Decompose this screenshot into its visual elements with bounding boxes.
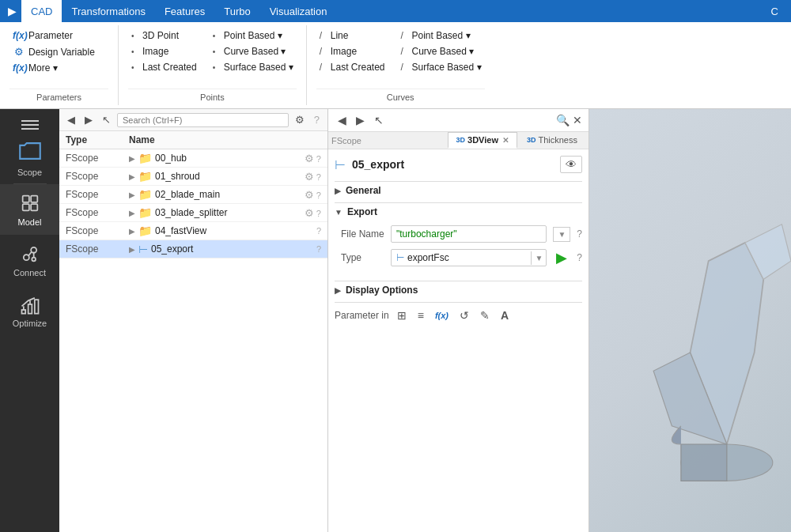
ribbon-item-image-points[interactable]: • Image xyxy=(128,44,200,58)
ribbon-item-design-variable[interactable]: ⚙ Design Variable xyxy=(9,44,108,59)
tree-name: ▶ 📁 03_blade_splitter xyxy=(129,206,297,219)
prop-row-type: Type ⊢ exportFsc ▼ ▶ ? ← xyxy=(341,249,582,266)
props-back-btn[interactable]: ◀ xyxy=(335,112,350,128)
expand-arrow: ▶ xyxy=(129,245,135,254)
main-layout: Scope Model Connect xyxy=(0,109,791,532)
tree-rows: FScope ▶ 📁 00_hub ⚙ ? FScope ▶ 📁 01_shro… xyxy=(59,149,327,532)
param-in-btn-grid[interactable]: ⊞ xyxy=(394,308,410,323)
nav-item-c[interactable]: C xyxy=(762,0,788,22)
prop-input-filename[interactable] xyxy=(391,225,547,243)
sidebar-label-connect: Connect xyxy=(13,268,46,277)
props-fwd-btn[interactable]: ▶ xyxy=(353,112,368,128)
ribbon-item-line[interactable]: / Line xyxy=(316,28,388,43)
param-in-btn-edit[interactable]: ✎ xyxy=(477,308,493,323)
tree-home-btn[interactable]: ↖ xyxy=(99,112,114,127)
ribbon-points-group: • 3D Point • Image • Last Created • Poin… xyxy=(128,28,297,74)
help-btn-type[interactable]: ? xyxy=(577,252,582,263)
sidebar-item-optimize[interactable]: Optimize xyxy=(0,285,59,336)
expand-arrow-export: ▼ xyxy=(335,208,343,217)
tree-type: FScope xyxy=(66,153,129,164)
ribbon-item-curve-based-pts[interactable]: • Curve Based ▾ xyxy=(210,44,297,58)
props-title: 05_export xyxy=(352,158,404,171)
param-in-btn-func[interactable]: f(x) xyxy=(432,309,452,322)
props-search-btn[interactable]: 🔍 xyxy=(556,114,570,126)
param-in-btn-undo[interactable]: ↺ xyxy=(456,308,472,323)
svg-rect-2 xyxy=(22,204,28,210)
nav-item-visualization[interactable]: Visualization xyxy=(260,0,337,22)
ribbon-item-3dpoint[interactable]: • 3D Point xyxy=(128,28,200,43)
props-toolbar: ◀ ▶ ↖ 🔍 ✕ xyxy=(328,109,589,132)
props-expand-btn[interactable]: ↖ xyxy=(371,112,387,128)
tab-3dview[interactable]: 3D 3DView ✕ xyxy=(448,132,517,149)
slash-icon: / xyxy=(320,46,327,57)
help-btn-filename[interactable]: ? xyxy=(577,228,582,240)
ribbon-item-image-curves[interactable]: / Image xyxy=(316,44,388,58)
param-in-btn-list[interactable]: ≡ xyxy=(414,308,427,323)
tree-back-btn[interactable]: ◀ xyxy=(64,112,78,127)
tree-name: ▶ 📁 04_fastView xyxy=(129,224,297,237)
folder-icon: 📁 xyxy=(138,206,152,219)
ribbon-item-more[interactable]: f(x) More ▾ xyxy=(9,61,108,75)
ribbon-item-last-created-points[interactable]: • Last Created xyxy=(128,60,200,74)
tree-row-selected[interactable]: FScope ▶ ⊢ 05_export ? xyxy=(59,240,327,258)
nav-item-transformations[interactable]: Transformations xyxy=(62,0,154,22)
slash-icon: / xyxy=(320,30,327,41)
props-eye-btn[interactable]: 👁 xyxy=(560,156,582,173)
tree-row[interactable]: FScope ▶ 📁 00_hub ⚙ ? xyxy=(59,149,327,168)
tree-toolbar: ◀ ▶ ↖ ⚙ ? xyxy=(59,109,327,131)
ribbon-section-points: • 3D Point • Image • Last Created • Poin… xyxy=(119,25,307,105)
ribbon-item-point-based-pts[interactable]: • Point Based ▾ xyxy=(210,28,297,43)
prop-dropdown-arrow-filename[interactable]: ▼ xyxy=(553,227,570,242)
run-btn[interactable]: ▶ xyxy=(553,249,570,266)
tree-search-input[interactable] xyxy=(117,113,289,127)
param-in-btn-text[interactable]: A xyxy=(498,308,512,323)
ribbon-item-last-created-curves[interactable]: / Last Created xyxy=(316,60,388,74)
section-display-header[interactable]: ▶ Display Options xyxy=(335,281,582,299)
optimize-icon xyxy=(19,293,41,315)
expand-arrow-general: ▶ xyxy=(335,187,341,195)
svg-point-6 xyxy=(32,258,36,262)
tree-row[interactable]: FScope ▶ 📁 04_fastView ? xyxy=(59,222,327,240)
tab-thickness[interactable]: 3D Thickness xyxy=(519,133,585,149)
tree-row-actions: ⚙ ? xyxy=(297,153,321,164)
nav-item-features[interactable]: Features xyxy=(155,0,214,22)
dot-icon: • xyxy=(213,47,221,56)
ribbon-item-surface-based-pts[interactable]: • Surface Based ▾ xyxy=(210,60,297,74)
section-general-header[interactable]: ▶ General xyxy=(335,181,582,199)
props-content: ⊢ 05_export 👁 ▶ General ▼ Export File Na… xyxy=(328,149,589,532)
nav-item-turbo[interactable]: Turbo xyxy=(214,0,259,22)
section-export-header[interactable]: ▼ Export xyxy=(335,202,582,221)
svg-rect-10 xyxy=(28,304,32,314)
svg-rect-11 xyxy=(34,300,38,314)
ribbon-item-curve-based-curves[interactable]: / Curve Based ▾ xyxy=(398,44,485,58)
func-icon: f(x) xyxy=(13,30,25,41)
tree-row[interactable]: FScope ▶ 📁 01_shroud ⚙ ? xyxy=(59,168,327,186)
model-icon xyxy=(19,192,41,214)
nav-arrow-btn[interactable]: ▶ xyxy=(3,5,21,17)
tree-col-name: Name xyxy=(129,134,297,145)
tree-filter-btn[interactable]: ⚙ xyxy=(292,112,308,127)
sidebar-item-connect[interactable]: Connect xyxy=(0,235,59,285)
prop-dropdown-type[interactable]: ⊢ exportFsc ▼ xyxy=(391,249,547,266)
func2-icon: f(x) xyxy=(13,62,25,74)
nav-item-cad[interactable]: CAD xyxy=(21,0,62,22)
3d-view-svg xyxy=(589,109,791,532)
hamburger-btn[interactable] xyxy=(17,115,44,134)
tab-close-3dview[interactable]: ✕ xyxy=(502,136,509,145)
folder-icon: 📁 xyxy=(138,152,152,164)
param-in-row: Parameter in ⊞ ≡ f(x) ↺ ✎ A xyxy=(335,302,582,328)
dropdown-arrow-type[interactable]: ▼ xyxy=(531,251,546,265)
ribbon-item-surface-based-curves[interactable]: / Surface Based ▾ xyxy=(398,60,485,74)
sidebar-item-model[interactable]: Model xyxy=(0,184,59,235)
tree-fwd-btn[interactable]: ▶ xyxy=(81,112,96,127)
props-close-btn[interactable]: ✕ xyxy=(573,114,582,126)
ribbon-item-point-based-curves[interactable]: / Point Based ▾ xyxy=(398,28,485,43)
tree-name: ▶ 📁 02_blade_main xyxy=(129,188,297,201)
tree-row[interactable]: FScope ▶ 📁 02_blade_main ⚙ ? xyxy=(59,186,327,204)
ribbon-item-parameter[interactable]: f(x) Parameter xyxy=(9,28,108,43)
tree-row[interactable]: FScope ▶ 📁 03_blade_splitter ⚙ ? xyxy=(59,204,327,222)
ribbon-points-col1: • 3D Point • Image • Last Created xyxy=(128,28,200,74)
tree-help-btn[interactable]: ? xyxy=(311,112,323,127)
fscope-label: FScope xyxy=(331,136,368,145)
ribbon-section-title-points: Points xyxy=(128,89,297,102)
